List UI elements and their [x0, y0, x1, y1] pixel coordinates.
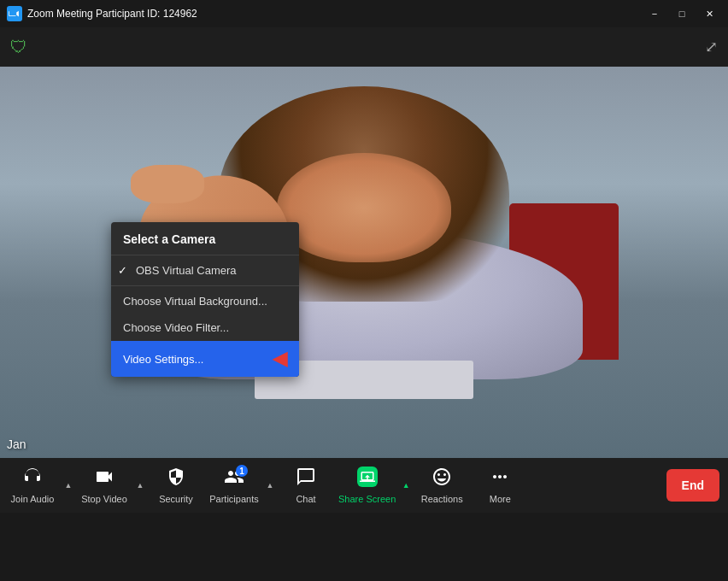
reactions-icon: [432, 467, 452, 491]
video-settings-item[interactable]: Video Settings... ◀: [111, 341, 299, 377]
participant-count-badge: 1: [236, 465, 248, 477]
top-bar: 🛡 ⤢: [0, 27, 728, 67]
security-button[interactable]: Security: [147, 458, 205, 513]
close-button[interactable]: ✕: [697, 5, 721, 22]
camera-obs-label: OBS Virtual Camera: [136, 264, 237, 277]
chat-button[interactable]: Chat: [277, 458, 335, 513]
join-audio-group: Join Audio ▲: [3, 458, 75, 513]
participants-caret[interactable]: ▲: [263, 458, 277, 513]
camera-icon: [94, 467, 114, 491]
security-label: Security: [159, 494, 193, 504]
zoom-icon: [7, 6, 22, 21]
camera-obs-item[interactable]: ✓ OBS Virtual Camera: [111, 257, 299, 284]
video-area: Jan Select a Camera ✓ OBS Virtual Camera…: [0, 67, 728, 458]
stop-video-label: Stop Video: [81, 494, 127, 504]
participants-button[interactable]: 1 Participants: [205, 458, 263, 513]
reactions-button[interactable]: Reactions: [413, 458, 471, 513]
shield-secure-icon: 🛡: [10, 38, 27, 57]
stop-video-group: Stop Video ▲: [75, 458, 147, 513]
stop-video-caret[interactable]: ▲: [133, 458, 147, 513]
share-screen-label: Share Screen: [338, 494, 396, 504]
security-shield-icon: [166, 467, 186, 491]
person-face: [277, 153, 451, 262]
more-button[interactable]: More: [471, 458, 529, 513]
camera-context-menu: Select a Camera ✓ OBS Virtual Camera Cho…: [111, 222, 299, 377]
stop-video-button[interactable]: Stop Video: [75, 458, 133, 513]
expand-icon[interactable]: ⤢: [705, 38, 718, 56]
share-screen-button[interactable]: Share Screen: [335, 458, 399, 513]
headphone-icon: [22, 467, 43, 491]
end-button[interactable]: End: [666, 469, 719, 502]
more-dots-icon: [490, 467, 510, 491]
join-audio-caret[interactable]: ▲: [62, 458, 75, 513]
person-fist: [131, 165, 203, 204]
video-filter-label: Choose Video Filter...: [123, 321, 229, 334]
share-screen-icon: [357, 467, 378, 491]
join-audio-button[interactable]: Join Audio: [3, 458, 62, 513]
window-controls: − □ ✕: [643, 5, 721, 22]
video-background: [0, 67, 728, 458]
people-icon: 1: [224, 467, 244, 491]
menu-divider-1: [111, 285, 299, 286]
title-bar: Zoom Meeting Participant ID: 124962 − □ …: [0, 0, 728, 27]
chat-label: Chat: [296, 494, 315, 504]
video-filter-item[interactable]: Choose Video Filter...: [111, 314, 299, 341]
video-settings-label: Video Settings...: [123, 353, 203, 366]
chat-icon: [296, 467, 316, 491]
toolbar: Join Audio ▲ Stop Video ▲ Security 1 Par…: [0, 458, 728, 513]
join-audio-label: Join Audio: [11, 494, 55, 504]
minimize-button[interactable]: −: [643, 5, 666, 22]
title-text: Zoom Meeting Participant ID: 124962: [27, 8, 197, 20]
share-screen-caret[interactable]: ▲: [399, 458, 413, 513]
virtual-bg-label: Choose Virtual Background...: [123, 295, 267, 308]
share-screen-group: Share Screen ▲: [335, 458, 413, 513]
menu-divider-top: [111, 255, 299, 255]
maximize-button[interactable]: □: [670, 5, 694, 22]
menu-header: Select a Camera: [111, 222, 299, 253]
participants-label: Participants: [209, 494, 258, 504]
red-arrow-icon: ◀: [273, 348, 287, 370]
reactions-label: Reactions: [421, 494, 463, 504]
virtual-background-item[interactable]: Choose Virtual Background...: [111, 288, 299, 314]
participant-name-tag: Jan: [7, 437, 26, 451]
more-label: More: [490, 494, 511, 504]
participants-group: 1 Participants ▲: [205, 458, 277, 513]
checkmark-icon: ✓: [118, 264, 127, 277]
